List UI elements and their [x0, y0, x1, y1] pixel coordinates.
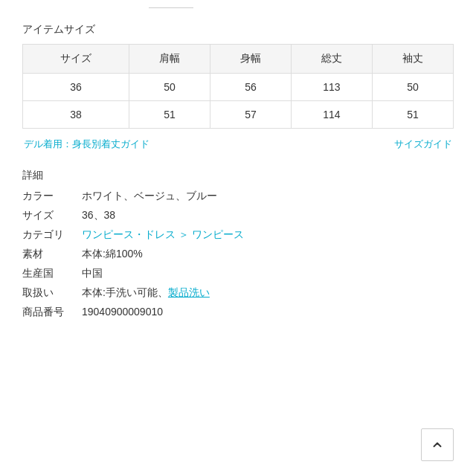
detail-label: 素材	[22, 248, 82, 261]
table-header-cell: 袖丈	[372, 45, 453, 74]
size-section: アイテムサイズ サイズ肩幅身幅総丈袖丈 36505611350385157114…	[22, 23, 454, 129]
details-title: 詳細	[22, 169, 454, 182]
details-section: 詳細 カラーホワイト、ベージュ、ブルーサイズ36、38カテゴリワンピース・ドレス…	[22, 169, 454, 319]
detail-label: カラー	[22, 190, 82, 203]
table-cell: 114	[291, 101, 372, 129]
table-header-cell: 身幅	[210, 45, 291, 74]
detail-row: サイズ36、38	[22, 209, 454, 222]
detail-value: 19040900009010	[82, 306, 163, 318]
detail-row: カラーホワイト、ベージュ、ブルー	[22, 190, 454, 203]
table-cell: 57	[210, 101, 291, 129]
detail-label: 取扱い	[22, 286, 82, 300]
detail-value-complex: 本体:手洗い可能、製品洗い	[82, 286, 210, 300]
detail-label: 商品番号	[22, 306, 82, 319]
detail-value: ホワイト、ベージュ、ブルー	[82, 190, 217, 203]
table-cell: 51	[372, 101, 453, 129]
table-cell: 51	[129, 101, 210, 129]
table-header-cell: 総丈	[291, 45, 372, 74]
table-row: 38515711451	[23, 101, 454, 129]
top-divider	[149, 7, 193, 8]
model-guide-link[interactable]: デル着用：身長別着丈ガイド	[24, 138, 149, 151]
table-cell: 36	[23, 74, 129, 101]
table-cell: 50	[129, 74, 210, 101]
size-table: サイズ肩幅身幅総丈袖丈 3650561135038515711451	[22, 44, 454, 129]
table-header-cell: サイズ	[23, 45, 129, 74]
table-row: 36505611350	[23, 74, 454, 101]
detail-value: ワンピース・ドレス ＞ ワンピース	[82, 228, 244, 242]
guide-links: デル着用：身長別着丈ガイド サイズガイド	[22, 138, 454, 151]
table-header-cell: 肩幅	[129, 45, 210, 74]
size-section-title: アイテムサイズ	[22, 23, 454, 36]
detail-label: サイズ	[22, 209, 82, 222]
detail-value: 本体:綿100%	[82, 248, 143, 261]
detail-row: 商品番号19040900009010	[22, 306, 454, 319]
detail-row: 取扱い本体:手洗い可能、製品洗い	[22, 286, 454, 300]
table-cell: 113	[291, 74, 372, 101]
table-cell: 56	[210, 74, 291, 101]
detail-value-text: 本体:手洗い可能、	[82, 286, 168, 298]
detail-label: カテゴリ	[22, 228, 82, 242]
detail-row: 素材本体:綿100%	[22, 248, 454, 261]
scroll-top-button[interactable]	[421, 428, 454, 461]
detail-value-link[interactable]: 製品洗い	[168, 286, 210, 298]
detail-row: カテゴリワンピース・ドレス ＞ ワンピース	[22, 228, 454, 242]
table-header-row: サイズ肩幅身幅総丈袖丈	[23, 45, 454, 74]
detail-value: 36、38	[82, 209, 115, 222]
detail-row: 生産国中国	[22, 267, 454, 280]
table-cell: 38	[23, 101, 129, 129]
detail-value: 中国	[82, 267, 103, 280]
table-cell: 50	[372, 74, 453, 101]
detail-label: 生産国	[22, 267, 82, 280]
size-guide-link[interactable]: サイズガイド	[394, 138, 452, 151]
